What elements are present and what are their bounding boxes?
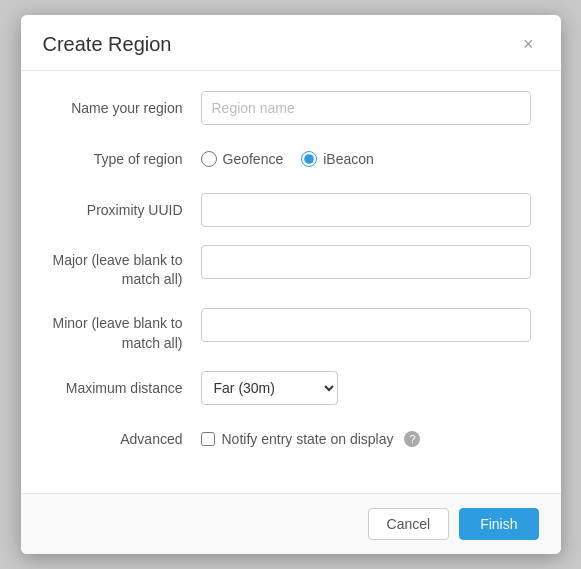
uuid-row: Proximity UUID [51, 193, 531, 227]
uuid-field-container [201, 193, 531, 227]
uuid-label: Proximity UUID [51, 194, 201, 226]
modal-body: Name your region Type of region Geofence… [21, 71, 561, 493]
uuid-input[interactable] [201, 193, 531, 227]
modal-header: Create Region × [21, 15, 561, 71]
name-label: Name your region [51, 92, 201, 124]
name-row: Name your region [51, 91, 531, 125]
geofence-radio[interactable] [201, 151, 217, 167]
geofence-label: Geofence [223, 151, 284, 167]
notify-label: Notify entry state on display [222, 431, 394, 447]
ibeacon-radio[interactable] [301, 151, 317, 167]
advanced-container: Notify entry state on display ? [201, 431, 531, 447]
minor-row: Minor (leave blank to match all) [51, 308, 531, 353]
name-input[interactable] [201, 91, 531, 125]
type-radio-group: Geofence iBeacon [201, 151, 531, 167]
major-field-container [201, 245, 531, 279]
help-icon[interactable]: ? [404, 431, 420, 447]
cancel-button[interactable]: Cancel [368, 508, 450, 540]
geofence-option[interactable]: Geofence [201, 151, 284, 167]
modal-title: Create Region [43, 33, 172, 56]
major-input[interactable] [201, 245, 531, 279]
finish-button[interactable]: Finish [459, 508, 538, 540]
max-distance-select[interactable]: Far (30m) Near (10m) Immediate (3m) [201, 371, 338, 405]
notify-checkbox[interactable] [201, 432, 215, 446]
type-label: Type of region [51, 143, 201, 175]
type-row: Type of region Geofence iBeacon [51, 143, 531, 175]
minor-input[interactable] [201, 308, 531, 342]
name-field-container [201, 91, 531, 125]
ibeacon-label: iBeacon [323, 151, 374, 167]
notify-checkbox-label[interactable]: Notify entry state on display ? [201, 431, 531, 447]
advanced-label: Advanced [51, 423, 201, 455]
minor-label: Minor (leave blank to match all) [51, 308, 201, 353]
ibeacon-option[interactable]: iBeacon [301, 151, 374, 167]
max-distance-label: Maximum distance [51, 372, 201, 404]
advanced-row: Advanced Notify entry state on display ? [51, 423, 531, 455]
max-distance-row: Maximum distance Far (30m) Near (10m) Im… [51, 371, 531, 405]
close-button[interactable]: × [518, 33, 539, 55]
major-row: Major (leave blank to match all) [51, 245, 531, 290]
major-label: Major (leave blank to match all) [51, 245, 201, 290]
minor-field-container [201, 308, 531, 342]
modal-footer: Cancel Finish [21, 493, 561, 554]
max-distance-container: Far (30m) Near (10m) Immediate (3m) [201, 371, 531, 405]
create-region-modal: Create Region × Name your region Type of… [21, 15, 561, 554]
